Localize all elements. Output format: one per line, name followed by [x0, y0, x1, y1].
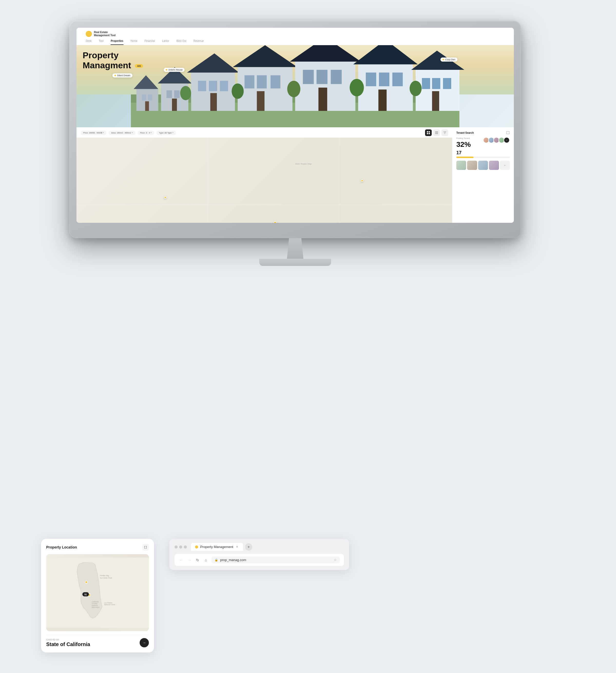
- svg-rect-4: [142, 94, 146, 100]
- svg-point-44: [287, 81, 300, 97]
- svg-marker-3: [134, 75, 158, 89]
- svg-rect-49: [427, 133, 428, 134]
- browser-url: prop_manag.com: [220, 558, 246, 562]
- finding-tenant-label: Finding Tenant: [456, 137, 471, 140]
- location-state-name: State of California: [46, 641, 90, 647]
- browser-tab-active[interactable]: Property Management ✕: [191, 543, 243, 551]
- svg-rect-22: [270, 75, 280, 88]
- filter-btn[interactable]: [441, 130, 448, 136]
- svg-rect-32: [366, 73, 376, 86]
- monitor-wrapper: Real Estate Management Tool Desk Tool Pr…: [51, 21, 539, 266]
- browser-dots: [175, 545, 187, 548]
- svg-rect-53: [435, 134, 438, 134]
- svg-rect-17: [210, 93, 217, 111]
- monitor-screen: Real Estate Management Tool Desk Tool Pr…: [76, 28, 514, 223]
- nav-properties[interactable]: Properties: [111, 39, 123, 45]
- list-view-btn[interactable]: [433, 130, 440, 136]
- browser-back-btn[interactable]: ←: [179, 558, 184, 562]
- avatar-more: +: [503, 137, 510, 143]
- svg-rect-9: [167, 90, 172, 98]
- filter-type[interactable]: Type: All Type ▾: [156, 131, 176, 135]
- svg-rect-16: [220, 81, 228, 91]
- page-title: Property Managment 441: [83, 50, 143, 70]
- browser-dot-3: [184, 545, 187, 548]
- map-view: State Region Map: [76, 138, 514, 223]
- star-icon[interactable]: ☆: [334, 558, 337, 562]
- monitor-frame: Real Estate Management Tool Desk Tool Pr…: [69, 21, 521, 266]
- svg-rect-6: [145, 101, 149, 111]
- prop-thumb-more: +: [500, 161, 510, 170]
- svg-text:51: 51: [84, 594, 87, 596]
- tab-favicon: [195, 545, 198, 548]
- expand-icon[interactable]: [506, 131, 510, 135]
- location-navigate-btn[interactable]: →: [140, 638, 149, 647]
- location-card-header: Property Location: [46, 544, 149, 550]
- svg-rect-18: [238, 67, 292, 111]
- svg-marker-25: [290, 45, 361, 62]
- tenant-card: Tenant Search Finding Tenant 32%: [452, 127, 514, 174]
- svg-point-55: [85, 581, 87, 584]
- nav-landlor[interactable]: Lanlor: [162, 39, 169, 45]
- monitor-stand-neck: [285, 238, 305, 259]
- svg-point-45: [350, 79, 364, 96]
- monitor-bezel: Real Estate Management Tool Desk Tool Pr…: [69, 21, 521, 238]
- svg-rect-48: [429, 131, 430, 133]
- tenant-number: 17: [456, 150, 510, 156]
- nav-bledout[interactable]: Bled Out: [176, 39, 186, 45]
- svg-rect-29: [319, 87, 327, 111]
- location-expand-btn[interactable]: [142, 544, 149, 550]
- browser-dot-2: [179, 545, 182, 548]
- prop-thumb-3: [478, 161, 488, 170]
- tab-close-btn[interactable]: ✕: [235, 545, 239, 549]
- browser-home-btn[interactable]: ⌂: [203, 558, 208, 562]
- svg-rect-35: [378, 89, 387, 111]
- location-footer: CA02-02-10 State of California →: [46, 635, 149, 647]
- nav-tool[interactable]: Tool: [99, 39, 104, 45]
- tab-label: Property Management: [200, 545, 233, 549]
- pin-artist-house: Artist's House: [164, 68, 185, 72]
- svg-rect-21: [257, 75, 267, 88]
- filter-price[interactable]: Price: 2000$ - 4000$ ▾: [80, 131, 107, 135]
- app-header: Real Estate Management Tool Desk Tool Pr…: [76, 28, 514, 45]
- nav-desk[interactable]: Desk: [86, 39, 91, 45]
- svg-point-46: [410, 81, 422, 96]
- browser-address-bar[interactable]: 🔒 prop_manag.com ☆: [211, 556, 340, 564]
- svg-marker-13: [187, 53, 239, 73]
- bottom-section: Property Location 51: [41, 539, 349, 652]
- map-dot-3: [361, 179, 364, 182]
- title-badge: 441: [135, 64, 143, 68]
- filter-area[interactable]: Area: 190m2 - 600m2 ▾: [109, 131, 135, 135]
- monitor-stand-base: [259, 259, 331, 266]
- app-logo-icon: [86, 31, 92, 37]
- svg-rect-40: [443, 78, 451, 89]
- map-road-v1: [208, 138, 208, 223]
- tenant-percent-value: 32%: [456, 141, 471, 149]
- grid-view-btn[interactable]: [425, 130, 432, 136]
- svg-text:National: National: [91, 605, 97, 607]
- svg-rect-33: [379, 73, 389, 86]
- nav-home[interactable]: Home: [131, 39, 138, 45]
- location-map-area: 51 Pfeiffer Big Sur State Park Californi…: [46, 554, 149, 631]
- svg-text:Pfeiffer Big: Pfeiffer Big: [100, 575, 109, 577]
- browser-forward-btn[interactable]: →: [187, 558, 192, 562]
- nav-financial[interactable]: Financial: [145, 39, 155, 45]
- svg-rect-5: [148, 94, 152, 100]
- location-card: Property Location 51: [41, 539, 154, 652]
- filter-floor[interactable]: Floor: 3 - 4 ▾: [138, 131, 155, 135]
- location-info: CA02-02-10 State of California: [46, 638, 90, 647]
- svg-rect-39: [432, 78, 440, 89]
- california-map-svg: 51 Pfeiffer Big Sur State Park Californi…: [46, 554, 149, 631]
- browser-add-tab-btn[interactable]: +: [245, 543, 252, 550]
- svg-rect-11: [172, 98, 177, 111]
- browser-widget: Property Management ✕ + ← → ↻ ⌂ 🔒 prop_m…: [169, 539, 349, 570]
- browser-dot-1: [175, 545, 178, 548]
- nav-revenue[interactable]: Revenue: [194, 39, 204, 45]
- svg-rect-51: [435, 132, 438, 132]
- browser-refresh-btn[interactable]: ↻: [195, 558, 200, 562]
- svg-marker-19: [233, 45, 297, 67]
- svg-text:National Forest: National Forest: [104, 604, 115, 606]
- location-card-title: Property Location: [46, 545, 77, 549]
- svg-text:Sur State Park: Sur State Park: [100, 577, 112, 579]
- tenant-progress-fill: [456, 157, 473, 158]
- svg-rect-23: [257, 91, 265, 111]
